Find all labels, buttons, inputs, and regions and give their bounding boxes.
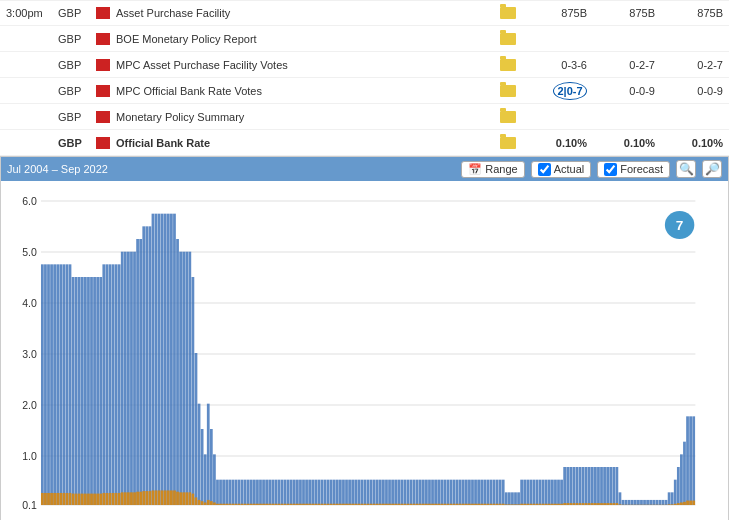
- folder-icon[interactable]: [500, 85, 516, 97]
- svg-rect-315: [490, 480, 493, 505]
- svg-text:5.0: 5.0: [22, 247, 37, 258]
- svg-rect-368: [569, 503, 572, 505]
- svg-rect-44: [72, 494, 75, 505]
- folder-icon[interactable]: [500, 7, 516, 19]
- svg-rect-415: [643, 500, 646, 505]
- svg-rect-54: [87, 494, 90, 505]
- svg-rect-220: [342, 504, 345, 505]
- folder-icon-cell[interactable]: [497, 59, 519, 71]
- folder-icon-cell[interactable]: [497, 7, 519, 19]
- svg-rect-37: [62, 264, 65, 505]
- search-button[interactable]: 🔍: [676, 160, 696, 178]
- svg-rect-425: [659, 500, 662, 505]
- svg-rect-103: [164, 214, 167, 505]
- svg-rect-82: [130, 492, 133, 505]
- svg-rect-63: [102, 264, 105, 505]
- svg-rect-29: [50, 264, 53, 505]
- svg-rect-280: [434, 504, 437, 505]
- svg-rect-101: [161, 214, 164, 505]
- svg-rect-354: [548, 504, 551, 505]
- svg-rect-56: [90, 494, 93, 505]
- svg-rect-31: [53, 264, 56, 505]
- svg-rect-253: [394, 480, 397, 505]
- events-table: 3:00pm GBP Asset Purchase Facility 875B …: [0, 0, 729, 156]
- svg-rect-303: [471, 480, 474, 505]
- svg-rect-448: [692, 501, 695, 505]
- svg-rect-206: [321, 504, 324, 505]
- svg-rect-332: [514, 504, 517, 505]
- svg-rect-71: [115, 264, 118, 505]
- svg-rect-237: [370, 480, 373, 505]
- actual-cell: 875B: [519, 7, 587, 19]
- svg-rect-135: [213, 454, 216, 505]
- svg-rect-357: [554, 480, 557, 505]
- svg-rect-182: [284, 504, 287, 505]
- folder-icon-cell[interactable]: [497, 137, 519, 149]
- svg-rect-432: [668, 504, 671, 505]
- svg-rect-106: [167, 490, 170, 505]
- svg-rect-79: [127, 252, 130, 505]
- svg-rect-213: [333, 480, 336, 505]
- svg-rect-270: [419, 504, 422, 505]
- event-name: Asset Purchase Facility: [116, 7, 497, 19]
- svg-rect-401: [622, 500, 625, 505]
- svg-rect-127: [201, 429, 204, 505]
- svg-rect-231: [361, 480, 364, 505]
- svg-rect-76: [121, 492, 124, 505]
- forecast-checkbox[interactable]: [604, 163, 617, 176]
- svg-rect-42: [69, 493, 72, 505]
- actual-toggle[interactable]: Actual: [531, 161, 592, 178]
- svg-rect-358: [554, 504, 557, 505]
- svg-rect-77: [124, 252, 127, 505]
- folder-icon-cell[interactable]: [497, 85, 519, 97]
- svg-rect-116: [182, 492, 185, 505]
- folder-icon[interactable]: [500, 137, 516, 149]
- folder-icon[interactable]: [500, 59, 516, 71]
- svg-rect-311: [483, 480, 486, 505]
- svg-rect-316: [490, 504, 493, 505]
- folder-icon[interactable]: [500, 111, 516, 123]
- table-row: GBP BOE Monetary Policy Report: [0, 26, 729, 52]
- svg-rect-445: [689, 416, 692, 505]
- svg-rect-263: [410, 480, 413, 505]
- svg-rect-278: [431, 504, 434, 505]
- folder-icon-cell[interactable]: [497, 33, 519, 45]
- svg-rect-344: [533, 504, 536, 505]
- svg-rect-138: [216, 504, 219, 505]
- folder-icon-cell[interactable]: [497, 111, 519, 123]
- svg-rect-113: [179, 252, 182, 505]
- svg-rect-223: [348, 480, 351, 505]
- svg-rect-323: [502, 480, 505, 505]
- svg-rect-94: [149, 491, 152, 505]
- svg-rect-337: [523, 480, 526, 505]
- svg-rect-360: [557, 504, 560, 505]
- svg-rect-242: [376, 504, 379, 505]
- svg-rect-290: [450, 504, 453, 505]
- forecast-toggle[interactable]: Forecast: [597, 161, 670, 178]
- svg-text:4.0: 4.0: [22, 298, 37, 309]
- range-button[interactable]: 📅 Range: [461, 161, 524, 178]
- svg-rect-83: [133, 252, 136, 505]
- svg-rect-192: [299, 504, 302, 505]
- zoom-button[interactable]: 🔎: [702, 160, 722, 178]
- actual-checkbox[interactable]: [538, 163, 551, 176]
- svg-rect-53: [87, 277, 90, 505]
- folder-icon[interactable]: [500, 33, 516, 45]
- svg-rect-184: [287, 504, 290, 505]
- forecast-label: Forecast: [620, 163, 663, 175]
- svg-rect-26: [44, 493, 47, 505]
- svg-rect-194: [302, 504, 305, 505]
- svg-rect-351: [545, 480, 548, 505]
- svg-rect-203: [317, 480, 320, 505]
- svg-rect-233: [364, 480, 367, 505]
- svg-rect-212: [330, 504, 333, 505]
- svg-rect-164: [256, 504, 259, 505]
- svg-rect-369: [572, 467, 575, 505]
- svg-rect-431: [668, 492, 671, 505]
- flag-cell: [96, 111, 116, 123]
- svg-rect-396: [612, 503, 615, 505]
- svg-rect-356: [551, 504, 554, 505]
- svg-rect-372: [576, 503, 579, 505]
- svg-rect-47: [78, 277, 81, 505]
- svg-rect-393: [609, 467, 612, 505]
